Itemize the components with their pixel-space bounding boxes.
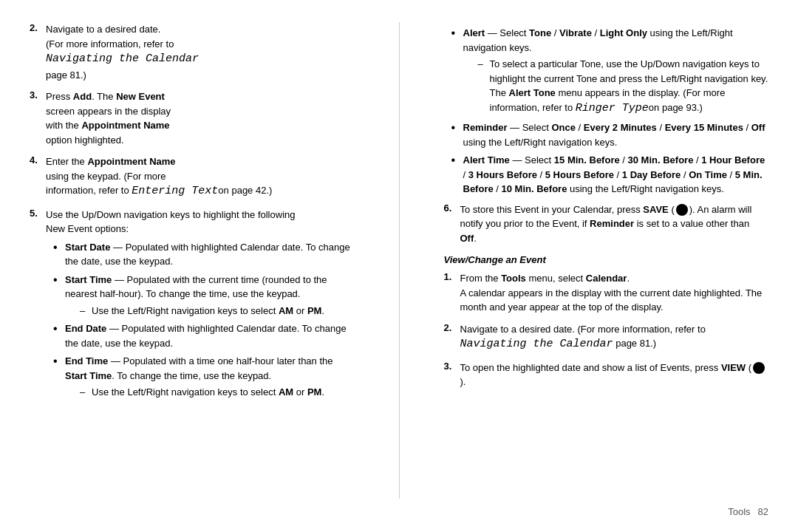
bullet-start-time-content: Start Time — Populated with the current … (65, 273, 355, 318)
bullet-start-date: • Start Date — Populated with highlighte… (53, 240, 355, 269)
step-4-appt-name: Appointment Name (87, 156, 175, 167)
step-3-line4: option highlighted. (46, 134, 124, 146)
bullet-dot-3: • (53, 321, 61, 350)
footer: Tools 82 (30, 499, 768, 517)
bullet-reminder: • Reminder — Select Once / Every 2 Minut… (451, 120, 769, 149)
view-change-section-title: View/Change an Event (444, 254, 769, 265)
step-6: 6. To store this Event in your Calendar,… (444, 202, 769, 246)
step-4-content: Enter the Appointment Name using the key… (46, 154, 355, 200)
bullet-end-time-text: End Time — Populated with a time one hal… (65, 355, 333, 381)
bullet-dot-alert: • (451, 26, 459, 117)
bullet-end-time: • End Time — Populated with a time one h… (53, 354, 355, 400)
bullet-alert: • Alert — Select Tone / Vibrate / Light … (451, 26, 769, 117)
step-2-line3: page 81.) (46, 69, 86, 81)
step-3-add: Add (73, 91, 92, 102)
view-step-3-text: To open the highlighted date and show a … (460, 362, 767, 388)
left-column: 2. Navigate to a desired date. (For more… (30, 22, 362, 499)
view-step-1-text: From the Tools menu, select Calendar. (460, 273, 630, 284)
footer-page: 82 (758, 506, 768, 517)
view-step-3: 3. To open the highlighted date and show… (444, 361, 769, 389)
sub-bullet-start-time: – Use the Left/Right navigation keys to … (80, 304, 355, 318)
step-3-content: Press Add. The New Event screen appears … (46, 89, 355, 147)
step-2-handwriting: Navigating the Calendar (46, 52, 199, 65)
right-bullets-top: • Alert — Select Tone / Vibrate / Light … (451, 26, 769, 197)
save-button-icon (676, 204, 688, 216)
step-2-line2: (For more information, refer to (46, 38, 174, 50)
step-4-page: on page 42.) (218, 185, 272, 196)
sub-bullet-end-time: – Use the Left/Right navigation keys to … (80, 385, 355, 400)
step-4-enter: Enter the (46, 156, 87, 167)
step-4: 4. Enter the Appointment Name using the … (30, 154, 355, 200)
bullet-end-time-content: End Time — Populated with a time one hal… (65, 354, 355, 400)
step-4-refer: information, refer to (46, 185, 132, 196)
step-2-content: Navigate to a desired date. (For more in… (46, 22, 355, 82)
view-step-3-content: To open the highlighted date and show a … (460, 361, 769, 389)
step-5-bullets: • Start Date — Populated with highlighte… (53, 240, 355, 400)
step-5-line1: Use the Up/Down navigation keys to highl… (46, 209, 295, 220)
bullet-start-time: • Start Time — Populated with the curren… (53, 273, 355, 318)
bullet-dot-reminder: • (451, 120, 459, 149)
view-step-2-handwriting: Navigating the Calendar (460, 338, 613, 350)
view-step-1-num: 1. (444, 271, 456, 315)
page: 2. Navigate to a desired date. (For more… (0, 0, 798, 532)
step-2: 2. Navigate to a desired date. (For more… (30, 22, 355, 82)
step-3-line2: screen appears in the display (46, 106, 171, 117)
step-3-with: with the (46, 120, 81, 131)
step-6-text: To store this Event in your Calendar, pr… (460, 204, 752, 244)
view-step-2-content: Navigate to a desired date. (For more in… (460, 322, 769, 353)
right-column: • Alert — Select Tone / Vibrate / Light … (437, 22, 769, 499)
bullet-dot-4: • (53, 354, 61, 400)
step-5-num: 5. (30, 208, 41, 403)
step-3-num: 3. (30, 89, 41, 147)
step-2-num: 2. (30, 22, 41, 82)
view-step-3-num: 3. (444, 361, 456, 389)
bullet-alert-time-text: Alert Time — Select 15 Min. Before / 30 … (463, 153, 769, 197)
bullet-end-date-text: End Date — Populated with highlighted Ca… (65, 321, 355, 350)
view-step-2-page: page 81.) (615, 338, 656, 349)
step-3-new-event: New Event (116, 91, 165, 102)
step-3-the: . The (92, 91, 116, 102)
column-divider (399, 22, 400, 499)
sub-bullet-alert: – To select a particular Tone, use the U… (478, 57, 769, 117)
sub-bullet-end-time-text: Use the Left/Right navigation keys to se… (92, 385, 324, 400)
bullet-alert-time: • Alert Time — Select 15 Min. Before / 3… (451, 153, 769, 197)
bullet-start-time-text: Start Time — Populated with the current … (65, 274, 327, 300)
step-4-num: 4. (30, 154, 41, 200)
step-5-content: Use the Up/Down navigation keys to highl… (46, 208, 355, 403)
sub-dash-2: – (80, 385, 87, 400)
view-step-2: 2. Navigate to a desired date. (For more… (444, 322, 769, 353)
view-step-1: 1. From the Tools menu, select Calendar.… (444, 271, 769, 315)
step-6-content: To store this Event in your Calendar, pr… (460, 202, 769, 246)
content: 2. Navigate to a desired date. (For more… (30, 22, 768, 499)
footer-section: Tools (728, 506, 750, 517)
sub-dash-1: – (80, 304, 87, 318)
bullet-reminder-text: Reminder — Select Once / Every 2 Minutes… (463, 120, 769, 149)
step-3-press: Press (46, 91, 73, 102)
step-5-line2: New Event options: (46, 223, 129, 234)
bullet-start-date-text: Start Date — Populated with highlighted … (65, 240, 355, 269)
bullet-alert-text: Alert — Select Tone / Vibrate / Light On… (463, 27, 733, 53)
sub-dash-alert: – (478, 57, 485, 117)
sub-bullet-start-time-text: Use the Left/Right navigation keys to se… (92, 304, 324, 318)
view-button-icon (753, 362, 765, 374)
view-step-2-num: 2. (444, 322, 456, 353)
step-2-line1: Navigate to a desired date. (46, 24, 160, 35)
bullet-dot-alert-time: • (451, 153, 459, 197)
step-3-appt-name: Appointment Name (81, 120, 169, 131)
step-3: 3. Press Add. The New Event screen appea… (30, 89, 355, 147)
sub-bullet-alert-text: To select a particular Tone, use the Up/… (490, 57, 769, 117)
bullet-dot-1: • (53, 240, 61, 269)
bullet-end-date: • End Date — Populated with highlighted … (53, 321, 355, 350)
view-step-2-text: Navigate to a desired date. (For more in… (460, 324, 706, 335)
view-step-1-detail: A calendar appears in the display with t… (460, 287, 763, 313)
step-5: 5. Use the Up/Down navigation keys to hi… (30, 208, 355, 403)
step-4-handwriting: Entering Text (132, 185, 218, 197)
bullet-dot-2: • (53, 273, 61, 318)
step-6-num: 6. (444, 202, 456, 246)
bullet-alert-content: Alert — Select Tone / Vibrate / Light On… (463, 26, 769, 117)
step-4-line2: using the keypad. (For more (46, 171, 166, 182)
view-step-1-content: From the Tools menu, select Calendar. A … (460, 271, 769, 315)
